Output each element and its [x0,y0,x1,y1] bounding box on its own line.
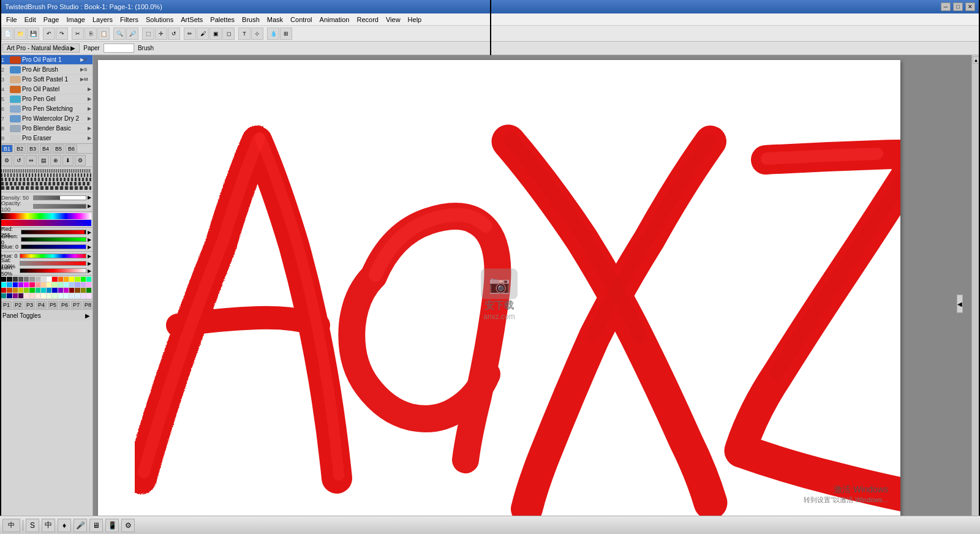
brush-tool-button[interactable]: 🖌 [197,28,209,40]
clone-icon[interactable]: ⊕ [50,155,61,166]
palette-color[interactable] [1,293,6,298]
cut-button[interactable]: ✂ [72,28,84,40]
rotate-button[interactable]: ↺ [168,28,180,40]
palette-color[interactable] [29,288,34,293]
menu-item-page[interactable]: Page [40,15,63,24]
preset-btn-p6[interactable]: P6 [59,301,70,309]
palette-color[interactable] [7,288,12,293]
preset-btn-p4[interactable]: P4 [36,301,47,309]
taskbar-icon-4[interactable]: 🎤 [74,519,87,532]
palette-color[interactable] [24,277,29,282]
menu-item-mask[interactable]: Mask [263,15,287,24]
taskbar-icon-2[interactable]: 中 [42,519,55,532]
palette-color[interactable] [64,282,69,287]
paste-button[interactable]: 📋 [97,28,110,40]
brush-row-7[interactable]: 7Pro Watercolor Dry 2▶ [0,114,92,124]
palette-color[interactable] [29,293,34,298]
palette-color[interactable] [52,282,57,287]
preset-btn-p2[interactable]: P2 [13,301,23,309]
palette-color[interactable] [24,288,29,293]
opacity-slider[interactable] [33,204,86,209]
palette-color[interactable] [86,282,91,287]
palette-color[interactable] [52,288,57,293]
palette-color[interactable] [75,288,80,293]
menu-item-control[interactable]: Control [287,15,315,24]
brush-row-5[interactable]: 5Pro Pen Gel▶ [0,94,92,104]
zoom-in-button[interactable]: 🔍 [113,28,126,40]
palette-color[interactable] [47,282,51,287]
preset-btn-p1[interactable]: P1 [1,301,12,309]
preset-btn-p3[interactable]: P3 [24,301,35,309]
palette-color[interactable] [52,293,57,298]
pencil-button[interactable]: ✏ [184,28,196,40]
palette-color[interactable] [18,277,23,282]
taskbar-icon-5[interactable]: 🖥 [89,519,103,532]
menu-item-view[interactable]: View [382,15,404,24]
palette-color[interactable] [58,293,63,298]
palette-color[interactable] [69,293,74,298]
palette-color[interactable] [52,277,57,282]
menu-item-palettes[interactable]: Palettes [206,15,238,24]
palette-color[interactable] [41,293,46,298]
panel-toggles[interactable]: Panel Toggles ▶ [0,310,92,321]
green-bar[interactable] [21,237,86,242]
palette-color[interactable] [7,277,12,282]
sub-btn-b6[interactable]: B6 [66,145,77,152]
palette-color[interactable] [64,293,69,298]
palette-color[interactable] [64,277,69,282]
palette-color[interactable] [1,277,6,282]
brush-row-4[interactable]: 4Pro Oil Pastel▶ [0,85,92,94]
palette-color[interactable] [36,288,40,293]
palette-color[interactable] [86,293,91,298]
palette-color[interactable] [1,288,6,293]
move-button[interactable]: ✛ [155,28,167,40]
menu-item-record[interactable]: Record [353,15,382,24]
palette-color[interactable] [47,288,51,293]
rotate-icon[interactable]: ↺ [13,155,24,166]
rgb-strip[interactable] [1,213,91,219]
stroke-row-1[interactable] [1,169,91,173]
brush-row-6[interactable]: 6Pro Pen Sketching▶ [0,104,92,114]
undo-button[interactable]: ↶ [43,28,55,40]
stroke-row-3[interactable] [1,178,91,181]
palette-color[interactable] [41,282,46,287]
palette-color[interactable] [24,293,29,298]
palette-color[interactable] [13,277,18,282]
brush-row-3[interactable]: 3Pro Soft Pastel 1▶M [0,75,92,85]
copy-button[interactable]: ⎘ [85,28,97,40]
lum-bar[interactable] [20,268,86,273]
palette-color[interactable] [69,277,74,282]
stroke-row-5[interactable] [1,186,91,190]
sub-btn-b4[interactable]: B4 [40,145,51,152]
grid-button[interactable]: ⊞ [280,28,292,40]
fill-button[interactable]: ▣ [209,28,222,40]
sub-btn-b1[interactable]: B1 [1,145,13,152]
import-icon[interactable]: ⬇ [62,155,74,166]
open-button[interactable]: 📁 [14,28,26,40]
right-expand-button[interactable]: ◀ [957,295,963,313]
palette-color[interactable] [36,277,40,282]
layers-icon[interactable]: ▤ [38,155,49,166]
preset-btn-p8[interactable]: P8 [83,301,93,309]
stroke-row-4[interactable] [1,182,91,186]
palette-color[interactable] [81,293,86,298]
palette-color[interactable] [75,293,80,298]
palette-color[interactable] [58,282,63,287]
close-button[interactable]: ✕ [965,2,975,11]
palette-color[interactable] [29,277,34,282]
palette-color[interactable] [81,288,86,293]
red-bar[interactable] [21,230,86,235]
crop-button[interactable]: ⊹ [251,28,263,40]
palette-color[interactable] [69,282,74,287]
palette-color[interactable] [36,282,40,287]
palette-color[interactable] [7,293,12,298]
palette-color[interactable] [86,277,91,282]
taskbar-icon-1[interactable]: S [26,519,39,532]
menu-item-layers[interactable]: Layers [89,15,116,24]
drawing-canvas[interactable]: 📷 安下载 anxz.com 激活 Windows 转到设置"以激活 Windo… [98,60,900,529]
redo-button[interactable]: ↷ [56,28,68,40]
sat-bar[interactable] [20,261,86,266]
brush-row-8[interactable]: 8Pro Blender Basic▶ [0,124,92,134]
menu-item-edit[interactable]: Edit [21,15,40,24]
palette-color[interactable] [75,282,80,287]
